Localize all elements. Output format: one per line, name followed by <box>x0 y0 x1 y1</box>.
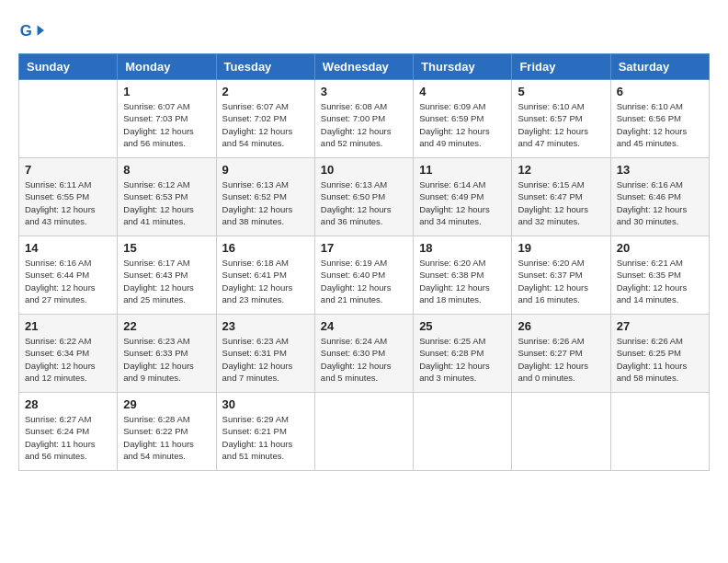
day-info: Sunrise: 6:10 AM Sunset: 6:56 PM Dayligh… <box>617 100 703 149</box>
day-info: Sunrise: 6:26 AM Sunset: 6:27 PM Dayligh… <box>518 335 604 384</box>
day-number: 11 <box>419 163 506 177</box>
day-number: 30 <box>222 397 309 411</box>
calendar-cell: 13Sunrise: 6:16 AM Sunset: 6:46 PM Dayli… <box>610 158 709 236</box>
calendar-cell: 26Sunrise: 6:26 AM Sunset: 6:27 PM Dayli… <box>512 315 610 393</box>
calendar-cell: 23Sunrise: 6:23 AM Sunset: 6:31 PM Dayli… <box>216 315 314 393</box>
day-info: Sunrise: 6:09 AM Sunset: 6:59 PM Dayligh… <box>419 100 506 149</box>
day-number: 3 <box>321 85 407 98</box>
day-number: 15 <box>123 241 210 255</box>
day-info: Sunrise: 6:26 AM Sunset: 6:25 PM Dayligh… <box>617 335 703 384</box>
calendar-cell: 27Sunrise: 6:26 AM Sunset: 6:25 PM Dayli… <box>610 315 709 393</box>
calendar-cell: 16Sunrise: 6:18 AM Sunset: 6:41 PM Dayli… <box>216 236 314 315</box>
calendar-cell: 11Sunrise: 6:14 AM Sunset: 6:49 PM Dayli… <box>414 158 512 236</box>
calendar-cell: 14Sunrise: 6:16 AM Sunset: 6:44 PM Dayli… <box>19 236 118 315</box>
day-number: 25 <box>419 319 506 333</box>
calendar-cell <box>19 80 118 158</box>
calendar-cell: 17Sunrise: 6:19 AM Sunset: 6:40 PM Dayli… <box>314 236 413 315</box>
day-info: Sunrise: 6:21 AM Sunset: 6:35 PM Dayligh… <box>617 257 703 305</box>
calendar-cell: 24Sunrise: 6:24 AM Sunset: 6:30 PM Dayli… <box>314 315 413 393</box>
day-info: Sunrise: 6:22 AM Sunset: 6:34 PM Dayligh… <box>25 335 111 384</box>
calendar-cell: 29Sunrise: 6:28 AM Sunset: 6:22 PM Dayli… <box>118 393 216 471</box>
calendar-cell: 30Sunrise: 6:29 AM Sunset: 6:21 PM Dayli… <box>216 393 314 471</box>
calendar-cell: 3Sunrise: 6:08 AM Sunset: 7:00 PM Daylig… <box>314 80 413 158</box>
day-info: Sunrise: 6:12 AM Sunset: 6:53 PM Dayligh… <box>123 178 210 227</box>
calendar-cell <box>414 393 512 471</box>
day-number: 9 <box>222 163 309 177</box>
calendar-cell: 8Sunrise: 6:12 AM Sunset: 6:53 PM Daylig… <box>118 158 216 236</box>
day-number: 23 <box>222 319 309 333</box>
day-info: Sunrise: 6:28 AM Sunset: 6:22 PM Dayligh… <box>123 413 210 462</box>
day-number: 24 <box>321 319 407 333</box>
calendar-cell: 19Sunrise: 6:20 AM Sunset: 6:37 PM Dayli… <box>512 236 610 315</box>
logo-icon: G <box>18 18 44 44</box>
day-info: Sunrise: 6:18 AM Sunset: 6:41 PM Dayligh… <box>222 257 309 305</box>
day-number: 27 <box>617 319 703 333</box>
day-info: Sunrise: 6:20 AM Sunset: 6:37 PM Dayligh… <box>518 257 604 305</box>
calendar-cell: 20Sunrise: 6:21 AM Sunset: 6:35 PM Dayli… <box>610 236 709 315</box>
calendar-cell: 5Sunrise: 6:10 AM Sunset: 6:57 PM Daylig… <box>512 80 610 158</box>
day-number: 4 <box>419 85 506 98</box>
day-info: Sunrise: 6:17 AM Sunset: 6:43 PM Dayligh… <box>123 257 210 305</box>
day-number: 8 <box>123 163 210 177</box>
day-info: Sunrise: 6:11 AM Sunset: 6:55 PM Dayligh… <box>25 178 111 227</box>
page-header: G <box>18 18 710 44</box>
day-number: 17 <box>321 241 407 255</box>
weekday-header: Saturday <box>610 54 709 80</box>
calendar-week-row: 1Sunrise: 6:07 AM Sunset: 7:03 PM Daylig… <box>19 80 710 158</box>
day-info: Sunrise: 6:15 AM Sunset: 6:47 PM Dayligh… <box>518 178 604 227</box>
day-number: 2 <box>222 85 309 98</box>
day-info: Sunrise: 6:29 AM Sunset: 6:21 PM Dayligh… <box>222 413 309 462</box>
day-info: Sunrise: 6:14 AM Sunset: 6:49 PM Dayligh… <box>419 178 506 227</box>
day-info: Sunrise: 6:10 AM Sunset: 6:57 PM Dayligh… <box>518 100 604 149</box>
calendar-cell: 1Sunrise: 6:07 AM Sunset: 7:03 PM Daylig… <box>118 80 216 158</box>
day-info: Sunrise: 6:07 AM Sunset: 7:02 PM Dayligh… <box>222 100 309 149</box>
calendar-cell: 22Sunrise: 6:23 AM Sunset: 6:33 PM Dayli… <box>118 315 216 393</box>
day-info: Sunrise: 6:16 AM Sunset: 6:44 PM Dayligh… <box>25 257 111 305</box>
weekday-header: Wednesday <box>314 54 413 80</box>
day-number: 16 <box>222 241 309 255</box>
day-number: 13 <box>617 163 703 177</box>
calendar-cell: 4Sunrise: 6:09 AM Sunset: 6:59 PM Daylig… <box>414 80 512 158</box>
day-number: 1 <box>123 85 210 98</box>
calendar-cell: 18Sunrise: 6:20 AM Sunset: 6:38 PM Dayli… <box>414 236 512 315</box>
day-number: 20 <box>617 241 703 255</box>
calendar-week-row: 21Sunrise: 6:22 AM Sunset: 6:34 PM Dayli… <box>19 315 710 393</box>
day-info: Sunrise: 6:23 AM Sunset: 6:33 PM Dayligh… <box>123 335 210 384</box>
weekday-header-row: SundayMondayTuesdayWednesdayThursdayFrid… <box>19 54 710 80</box>
day-number: 21 <box>25 319 111 333</box>
calendar-cell: 9Sunrise: 6:13 AM Sunset: 6:52 PM Daylig… <box>216 158 314 236</box>
svg-text:G: G <box>20 22 32 40</box>
weekday-header: Tuesday <box>216 54 314 80</box>
svg-marker-1 <box>38 25 44 35</box>
day-info: Sunrise: 6:20 AM Sunset: 6:38 PM Dayligh… <box>419 257 506 305</box>
day-number: 18 <box>419 241 506 255</box>
day-info: Sunrise: 6:19 AM Sunset: 6:40 PM Dayligh… <box>321 257 407 305</box>
weekday-header: Sunday <box>19 54 118 80</box>
logo: G <box>18 18 48 44</box>
day-info: Sunrise: 6:25 AM Sunset: 6:28 PM Dayligh… <box>419 335 506 384</box>
calendar-table: SundayMondayTuesdayWednesdayThursdayFrid… <box>18 53 710 471</box>
calendar-cell: 25Sunrise: 6:25 AM Sunset: 6:28 PM Dayli… <box>414 315 512 393</box>
day-number: 10 <box>321 163 407 177</box>
calendar-cell: 10Sunrise: 6:13 AM Sunset: 6:50 PM Dayli… <box>314 158 413 236</box>
calendar-cell <box>512 393 610 471</box>
calendar-cell: 21Sunrise: 6:22 AM Sunset: 6:34 PM Dayli… <box>19 315 118 393</box>
calendar-cell <box>314 393 413 471</box>
weekday-header: Monday <box>118 54 216 80</box>
day-info: Sunrise: 6:27 AM Sunset: 6:24 PM Dayligh… <box>25 413 111 462</box>
day-number: 12 <box>518 163 604 177</box>
day-info: Sunrise: 6:24 AM Sunset: 6:30 PM Dayligh… <box>321 335 407 384</box>
day-number: 19 <box>518 241 604 255</box>
calendar-cell: 2Sunrise: 6:07 AM Sunset: 7:02 PM Daylig… <box>216 80 314 158</box>
calendar-week-row: 14Sunrise: 6:16 AM Sunset: 6:44 PM Dayli… <box>19 236 710 315</box>
calendar-cell <box>610 393 709 471</box>
calendar-cell: 6Sunrise: 6:10 AM Sunset: 6:56 PM Daylig… <box>610 80 709 158</box>
day-info: Sunrise: 6:13 AM Sunset: 6:50 PM Dayligh… <box>321 178 407 227</box>
calendar-week-row: 28Sunrise: 6:27 AM Sunset: 6:24 PM Dayli… <box>19 393 710 471</box>
day-number: 22 <box>123 319 210 333</box>
weekday-header: Thursday <box>414 54 512 80</box>
calendar-cell: 7Sunrise: 6:11 AM Sunset: 6:55 PM Daylig… <box>19 158 118 236</box>
day-number: 29 <box>123 397 210 411</box>
day-number: 7 <box>25 163 111 177</box>
day-number: 6 <box>617 85 703 98</box>
